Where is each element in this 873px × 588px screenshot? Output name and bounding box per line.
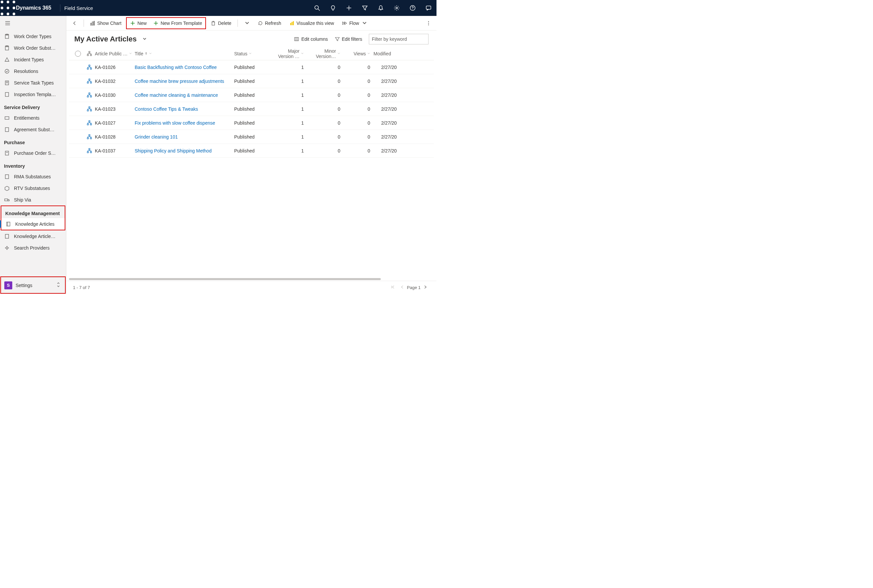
column-header-views[interactable]: Views	[347, 51, 374, 56]
first-page-button[interactable]	[388, 285, 398, 290]
column-header-minor-version[interactable]: Minor Version…	[311, 48, 347, 59]
hierarchy-icon[interactable]	[84, 148, 95, 153]
svg-rect-38	[5, 234, 9, 238]
svg-line-10	[318, 9, 320, 10]
table-row[interactable]: KA-01030Coffee machine cleaning & mainte…	[69, 88, 434, 102]
column-header-modified[interactable]: Modified	[374, 51, 397, 56]
delete-button[interactable]: Delete	[207, 18, 234, 29]
visualize-button[interactable]: Visualize this view	[286, 18, 337, 29]
cell-views: 0	[347, 134, 374, 140]
sidebar-item-entitlements[interactable]: Entitlements	[0, 112, 66, 124]
data-grid: Article Public … Title Status Major Vers…	[66, 47, 437, 278]
filter-keyword-input[interactable]: Filter by keyword	[369, 34, 428, 44]
app-launcher-icon[interactable]	[0, 0, 16, 16]
cell-title-link[interactable]: Coffee machine brew pressure adjustments	[135, 78, 234, 84]
column-header-article-public[interactable]: Article Public …	[95, 51, 135, 56]
table-row[interactable]: KA-01037Shipping Policy and Shipping Met…	[69, 144, 434, 158]
view-title[interactable]: My Active Articles	[74, 35, 137, 44]
cell-title-link[interactable]: Shipping Policy and Shipping Method	[135, 148, 234, 153]
more-commands-button[interactable]	[422, 18, 434, 29]
sidebar-item-rtv-substatuses[interactable]: RTV Substatuses	[0, 182, 66, 194]
cell-title-link[interactable]: Fix problems with slow coffee dispense	[135, 120, 234, 126]
hierarchy-icon[interactable]	[84, 120, 95, 125]
cell-status: Published	[234, 134, 274, 140]
hierarchy-icon[interactable]	[84, 134, 95, 139]
sidebar-item-purchase-order-s[interactable]: Purchase Order S…	[0, 147, 66, 159]
hierarchy-icon[interactable]	[84, 64, 95, 70]
sidebar-item-search-providers[interactable]: Search Providers	[0, 242, 66, 254]
edit-columns-button[interactable]: Edit columns	[294, 36, 328, 42]
add-icon[interactable]	[341, 0, 357, 16]
table-row[interactable]: KA-01023Contoso Coffee Tips & TweaksPubl…	[69, 102, 434, 116]
column-header-status[interactable]: Status	[234, 51, 274, 56]
table-row[interactable]: KA-01032Coffee machine brew pressure adj…	[69, 74, 434, 88]
svg-rect-71	[89, 107, 90, 108]
column-header-major-version[interactable]: Major Version …	[274, 48, 311, 59]
svg-rect-56	[295, 38, 299, 41]
table-row[interactable]: KA-01027Fix problems with slow coffee di…	[69, 116, 434, 130]
sidebar-item-agreement-subst[interactable]: Agreement Subst…	[0, 124, 66, 135]
gear-icon	[4, 245, 10, 251]
highlight-settings: S Settings	[0, 276, 66, 294]
edit-filters-button[interactable]: Edit filters	[335, 36, 362, 42]
gear-icon[interactable]	[389, 0, 405, 16]
next-page-button[interactable]	[421, 285, 430, 290]
sidebar-item-inspection-templates[interactable]: Inspection Templa…	[0, 88, 66, 100]
record-count: 1 - 7 of 7	[73, 285, 90, 290]
delete-dropdown[interactable]	[241, 18, 253, 29]
sidebar-item-incident-types[interactable]: Incident Types	[0, 54, 66, 65]
hierarchy-icon[interactable]	[84, 93, 95, 98]
bell-icon[interactable]	[373, 0, 389, 16]
area-switcher[interactable]: S Settings	[1, 277, 65, 293]
sidebar-item-service-task-types[interactable]: Service Task Types	[0, 77, 66, 88]
prev-page-button[interactable]	[398, 285, 407, 290]
new-template-label: New From Template	[161, 21, 202, 26]
sidebar-item-knowledge-articles[interactable]: Knowledge Articles	[2, 218, 65, 230]
horizontal-scrollbar[interactable]	[69, 278, 434, 281]
flow-button[interactable]: Flow	[339, 18, 371, 29]
back-button[interactable]	[68, 21, 81, 26]
refresh-button[interactable]: Refresh	[254, 18, 285, 29]
assistant-icon[interactable]	[421, 0, 437, 16]
hierarchy-icon[interactable]	[84, 106, 95, 111]
sidebar-item-rma-substatuses[interactable]: RMA Substatuses	[0, 171, 66, 182]
svg-rect-80	[89, 148, 90, 150]
column-header-title[interactable]: Title	[135, 51, 234, 56]
cell-title-link[interactable]: Contoso Coffee Tips & Tweaks	[135, 106, 234, 112]
separator	[84, 20, 84, 27]
search-icon[interactable]	[309, 0, 325, 16]
help-icon[interactable]	[405, 0, 421, 16]
hierarchy-icon[interactable]	[84, 78, 95, 84]
hierarchy-column-icon[interactable]	[84, 51, 95, 56]
sidebar-item-knowledge-article-templates[interactable]: Knowledge Article…	[0, 230, 66, 242]
svg-point-55	[428, 24, 429, 25]
hamburger-icon[interactable]	[0, 16, 66, 30]
highlight-knowledge-management: Knowledge Management Knowledge Articles	[1, 206, 65, 230]
select-all-checkbox[interactable]	[72, 51, 84, 57]
cell-minor-version: 0	[311, 78, 347, 84]
sidebar-item-ship-via[interactable]: Ship Via	[0, 194, 66, 206]
cell-title-link[interactable]: Basic Backflushing with Contoso Coffee	[135, 64, 234, 70]
cell-title-link[interactable]: Grinder cleaning 101	[135, 134, 234, 140]
svg-point-1	[7, 1, 9, 3]
sidebar-item-work-order-types[interactable]: Work Order Types	[0, 30, 66, 42]
cell-modified: 2/27/20	[374, 93, 397, 98]
cell-views: 0	[347, 64, 374, 70]
app-name[interactable]: Field Service	[65, 5, 93, 11]
filter-icon[interactable]	[357, 0, 373, 16]
document-icon	[4, 233, 10, 239]
brand-name[interactable]: Dynamics 365	[16, 5, 56, 11]
view-chevron-icon[interactable]	[143, 36, 147, 42]
sidebar-item-work-order-subst[interactable]: Work Order Subst…	[0, 42, 66, 54]
sidebar-item-resolutions[interactable]: Resolutions	[0, 65, 66, 77]
new-from-template-button[interactable]: New From Template	[150, 18, 205, 29]
show-chart-button[interactable]: Show Chart	[87, 18, 125, 29]
table-row[interactable]: KA-01028Grinder cleaning 101Published100…	[69, 130, 434, 144]
table-row[interactable]: KA-01026Basic Backflushing with Contoso …	[69, 60, 434, 74]
new-button[interactable]: New	[127, 18, 150, 29]
svg-point-53	[428, 21, 429, 22]
main-content: Show Chart New New From Template Delete …	[66, 16, 437, 294]
cell-title-link[interactable]: Coffee machine cleaning & maintenance	[135, 93, 234, 98]
lightbulb-icon[interactable]	[325, 0, 341, 16]
cell-minor-version: 0	[311, 134, 347, 140]
